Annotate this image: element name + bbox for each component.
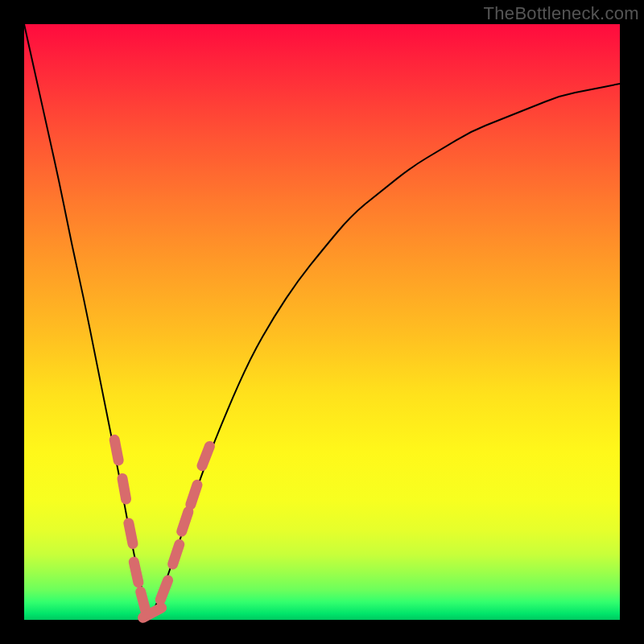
dash-segment xyxy=(129,523,133,544)
dash-segment xyxy=(141,592,147,612)
highlighted-dashes xyxy=(114,440,209,617)
dash-segment xyxy=(173,544,180,564)
chart-frame: TheBottleneck.com xyxy=(0,0,644,644)
dash-segment xyxy=(182,512,188,532)
dash-segment xyxy=(134,562,138,582)
bottleneck-curve xyxy=(24,24,620,612)
dash-segment xyxy=(122,478,126,499)
watermark-text: TheBottleneck.com xyxy=(484,3,639,24)
chart-svg xyxy=(24,24,620,620)
dash-segment xyxy=(202,446,209,465)
dash-segment xyxy=(160,580,167,600)
plot-area xyxy=(24,24,620,620)
dash-segment xyxy=(191,485,197,505)
dash-segment xyxy=(114,440,118,460)
